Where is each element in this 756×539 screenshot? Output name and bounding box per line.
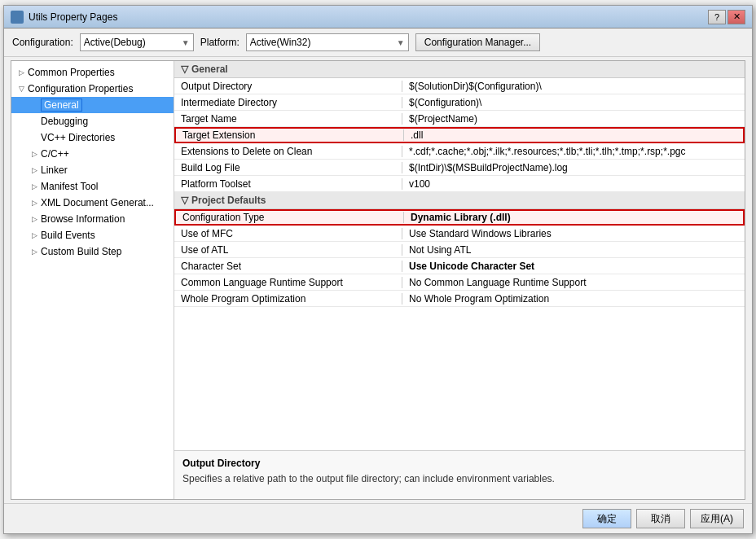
section-label: Project Defaults	[191, 195, 266, 206]
sidebar-item-label: Build Events	[41, 230, 95, 241]
prop-name: Extensions to Delete on Clean	[174, 146, 402, 157]
sidebar-item-linker[interactable]: ▷Linker	[11, 162, 174, 178]
app-icon	[11, 11, 24, 24]
sidebar-item-manifest-tool[interactable]: ▷Manifest Tool	[11, 178, 174, 195]
prop-value: No Common Language Runtime Support	[402, 277, 745, 288]
bottom-row: 确定 取消 应用(A)	[4, 503, 752, 533]
platform-label: Platform:	[200, 37, 240, 48]
prop-name: Whole Program Optimization	[174, 293, 402, 305]
section-label: General	[191, 64, 228, 75]
expand-icon: ▷	[28, 180, 41, 193]
sidebar-item-common-properties[interactable]: ▷Common Properties	[11, 64, 174, 81]
ok-button[interactable]: 确定	[582, 509, 631, 528]
sidebar-item-build-events[interactable]: ▷Build Events	[11, 227, 174, 243]
platform-combo[interactable]: Active(Win32) ▼	[246, 33, 409, 51]
prop-row-use-atl[interactable]: Use of ATLNot Using ATL	[174, 242, 745, 258]
prop-name: Common Language Runtime Support	[174, 277, 402, 288]
prop-value: .dll	[404, 129, 743, 141]
sidebar-item-debugging[interactable]: Debugging	[11, 113, 174, 129]
prop-value: Dynamic Library (.dll)	[404, 212, 743, 223]
prop-value: Use Unicode Character Set	[402, 261, 745, 272]
expand-icon: ▷	[28, 213, 41, 226]
sidebar-item-browse-information[interactable]: ▷Browse Information	[11, 211, 174, 227]
apply-button[interactable]: 应用(A)	[690, 509, 744, 528]
prop-name: Platform Toolset	[174, 178, 402, 190]
config-combo[interactable]: Active(Debug) ▼	[80, 33, 194, 51]
sidebar-item-label: Linker	[41, 164, 68, 176]
expand-icon: ▷	[28, 229, 41, 242]
prop-value: No Whole Program Optimization	[402, 293, 745, 305]
prop-value: *.cdf;*.cache;*.obj;*.ilk;*.resources;*.…	[402, 146, 745, 157]
description-panel: Output Directory Specifies a relative pa…	[174, 450, 745, 499]
config-label: Configuration:	[12, 37, 73, 48]
prop-row-config-type[interactable]: Configuration TypeDynamic Library (.dll)	[174, 209, 745, 226]
expand-icon: ▷	[28, 147, 41, 160]
sidebar-item-label: General	[41, 99, 82, 112]
section-expand-icon: ▽	[181, 195, 188, 206]
prop-name: Target Extension	[176, 129, 404, 141]
expand-icon	[28, 99, 41, 112]
platform-combo-value: Active(Win32)	[250, 37, 311, 48]
desc-title: Output Directory	[182, 458, 736, 469]
prop-row-whole-program[interactable]: Whole Program OptimizationNo Whole Progr…	[174, 291, 745, 307]
prop-row-platform-toolset[interactable]: Platform Toolsetv100	[174, 176, 745, 192]
toolbar-row: Configuration: Active(Debug) ▼ Platform:…	[4, 28, 752, 57]
prop-name: Character Set	[174, 261, 402, 272]
expand-icon: ▽	[15, 82, 28, 95]
prop-row-use-mfc[interactable]: Use of MFCUse Standard Windows Libraries	[174, 226, 745, 242]
props-table: ▽GeneralOutput Directory$(SolutionDir)$(…	[174, 61, 745, 450]
left-panel: ▷Common Properties▽Configuration Propert…	[11, 61, 174, 499]
config-manager-button[interactable]: Configuration Manager...	[415, 33, 540, 51]
prop-row-target-name[interactable]: Target Name$(ProjectName)	[174, 111, 745, 127]
expand-icon: ▷	[28, 164, 41, 177]
title-bar-left: Utils Property Pages	[11, 11, 117, 24]
prop-row-build-log[interactable]: Build Log File$(IntDir)\$(MSBuildProject…	[174, 160, 745, 176]
desc-text: Specifies a relative path to the output …	[182, 472, 736, 486]
help-button[interactable]: ?	[708, 10, 726, 24]
dialog: Utils Property Pages ? ✕ Configuration: …	[3, 5, 753, 534]
sidebar-item-vc-directories[interactable]: VC++ Directories	[11, 129, 174, 146]
main-content: ▷Common Properties▽Configuration Propert…	[11, 60, 745, 500]
prop-row-clr-support[interactable]: Common Language Runtime SupportNo Common…	[174, 274, 745, 291]
prop-value: $(ProjectName)	[402, 113, 745, 125]
prop-name: Output Directory	[174, 81, 402, 92]
sidebar-item-label: Configuration Properties	[28, 83, 133, 94]
sidebar-item-label: Debugging	[41, 116, 88, 127]
sidebar-item-label: Browse Information	[41, 213, 125, 225]
prop-row-output-dir[interactable]: Output Directory$(SolutionDir)$(Configur…	[174, 78, 745, 94]
prop-name: Use of ATL	[174, 244, 402, 256]
sidebar-item-label: VC++ Directories	[41, 132, 115, 143]
window-title: Utils Property Pages	[29, 11, 117, 23]
section-header-general-section: ▽General	[174, 61, 745, 78]
sidebar-item-cpp[interactable]: ▷C/C++	[11, 146, 174, 162]
section-expand-icon: ▽	[181, 64, 188, 75]
prop-value: Use Standard Windows Libraries	[402, 228, 745, 239]
sidebar-item-custom-build-step[interactable]: ▷Custom Build Step	[11, 243, 174, 260]
prop-row-extensions-delete[interactable]: Extensions to Delete on Clean*.cdf;*.cac…	[174, 143, 745, 160]
expand-icon: ▷	[28, 196, 41, 209]
prop-row-intermediate-dir[interactable]: Intermediate Directory$(Configuration)\	[174, 94, 745, 111]
title-bar: Utils Property Pages ? ✕	[4, 6, 752, 28]
expand-icon: ▷	[28, 245, 41, 258]
prop-row-character-set[interactable]: Character SetUse Unicode Character Set	[174, 258, 745, 274]
sidebar-item-xml-document[interactable]: ▷XML Document Generat...	[11, 195, 174, 211]
expand-icon	[28, 115, 41, 128]
sidebar-item-general[interactable]: General	[11, 97, 174, 113]
close-button[interactable]: ✕	[727, 10, 745, 24]
prop-value: $(SolutionDir)$(Configuration)\	[402, 81, 745, 92]
expand-icon	[28, 131, 41, 144]
sidebar-item-configuration-properties[interactable]: ▽Configuration Properties	[11, 81, 174, 97]
prop-row-target-extension[interactable]: Target Extension.dll	[174, 127, 745, 143]
cancel-button[interactable]: 取消	[636, 509, 685, 528]
prop-name: Use of MFC	[174, 228, 402, 239]
prop-name: Build Log File	[174, 162, 402, 173]
title-buttons: ? ✕	[708, 10, 745, 24]
sidebar-item-label: C/C++	[41, 148, 69, 160]
config-combo-value: Active(Debug)	[84, 37, 146, 48]
config-combo-arrow: ▼	[182, 38, 190, 47]
prop-value: Not Using ATL	[402, 244, 745, 256]
expand-icon: ▷	[15, 66, 28, 79]
prop-name: Intermediate Directory	[174, 97, 402, 108]
prop-value: $(IntDir)\$(MSBuildProjectName).log	[402, 162, 745, 173]
prop-value: v100	[402, 178, 745, 190]
